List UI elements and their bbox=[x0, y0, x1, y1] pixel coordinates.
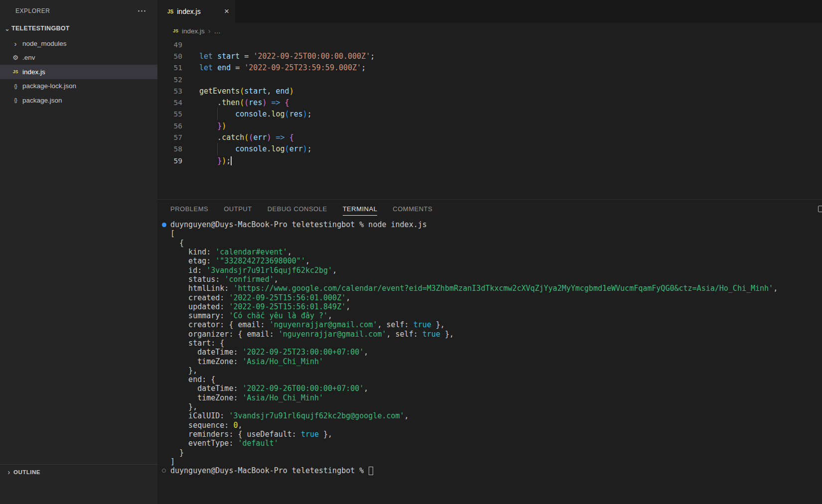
prompt-command-decoration bbox=[157, 469, 170, 473]
token-b3: ( bbox=[285, 110, 289, 119]
terminal-text: id: '3vandsjr7u91rl6qujf62kc2bg', bbox=[170, 266, 337, 275]
token-g: '3vandsjr7u91rl6qujf62kc2bg@google.com' bbox=[229, 411, 404, 420]
terminal-text: end: { bbox=[170, 375, 215, 384]
code-line-54[interactable]: 54 .then((res) => { bbox=[157, 97, 822, 108]
token-fn: then bbox=[222, 98, 240, 107]
token-t: , bbox=[274, 275, 278, 284]
braces-icon: {} bbox=[9, 83, 22, 89]
token-g: 'Asia/Ho_Chi_Minh' bbox=[243, 357, 324, 366]
code-line-52[interactable]: 52 bbox=[157, 74, 822, 85]
code-text: .then((res) => { bbox=[199, 98, 289, 107]
token-g: 'default' bbox=[238, 439, 278, 448]
token-t: , self: bbox=[377, 320, 413, 329]
terminal-line: ] bbox=[157, 457, 822, 466]
terminal-text: { bbox=[170, 239, 184, 248]
code-line-55[interactable]: 55 console.log(res); bbox=[157, 109, 822, 120]
token-pl bbox=[267, 98, 271, 107]
terminal-text: dateTime: '2022-09-26T00:00:00+07:00', bbox=[170, 384, 368, 393]
token-fn: log bbox=[272, 144, 285, 153]
root-folder-row[interactable]: ⌄ TELETESTINGBOT bbox=[0, 22, 157, 35]
token-t: , bbox=[305, 256, 310, 265]
token-t: dateTime: bbox=[170, 348, 243, 357]
terminal-line: timeZone: 'Asia/Ho_Chi_Minh' bbox=[157, 393, 822, 402]
token-b2: ( bbox=[244, 98, 249, 107]
file-item-.env[interactable]: ⚙.env bbox=[0, 51, 157, 65]
token-pl bbox=[213, 52, 217, 61]
breadcrumb-symbol[interactable]: … bbox=[214, 27, 221, 35]
token-b1: ( bbox=[244, 133, 249, 142]
token-t: htmlLink: bbox=[170, 284, 233, 293]
line-number: 50 bbox=[157, 52, 199, 60]
file-tree: ›node_modules⚙.envJSindex.js{}package-lo… bbox=[0, 35, 157, 108]
code-line-59[interactable]: 59 }); bbox=[157, 155, 822, 166]
prompt-dot-icon bbox=[162, 469, 166, 473]
code-line-56[interactable]: 56 }) bbox=[157, 120, 822, 131]
panel-tab-debug-console[interactable]: DEBUG CONSOLE bbox=[268, 203, 327, 216]
panel-action-icon[interactable] bbox=[818, 206, 822, 212]
run-dot-icon bbox=[162, 223, 166, 227]
token-g: '2022-09-26T00:00:00+07:00' bbox=[243, 384, 364, 393]
token-g: '2022-09-25T15:56:01.849Z' bbox=[229, 302, 346, 311]
panel-tab-terminal[interactable]: TERMINAL bbox=[343, 203, 378, 216]
terminal-text: htmlLink: 'https://www.google.com/calend… bbox=[170, 284, 778, 293]
file-item-index.js[interactable]: JSindex.js bbox=[0, 65, 157, 79]
code-line-50[interactable]: 50let start = '2022-09-25T00:00:00.000Z'… bbox=[157, 50, 822, 62]
token-var: err bbox=[253, 133, 267, 142]
token-t: creator: { email: bbox=[170, 320, 270, 329]
code-editor[interactable]: 4950let start = '2022-09-25T00:00:00.000… bbox=[157, 39, 822, 199]
token-pl: , bbox=[267, 87, 275, 96]
token-t: , bbox=[287, 248, 292, 256]
line-number: 59 bbox=[157, 157, 199, 165]
panel-tab-output[interactable]: OUTPUT bbox=[224, 203, 252, 216]
breadcrumb-file[interactable]: index.js bbox=[182, 27, 205, 35]
terminal-line: etag: '"3328242723698000"', bbox=[157, 256, 822, 265]
token-t: updated: bbox=[170, 302, 229, 311]
terminal-text: created: '2022-09-25T15:56:01.000Z', bbox=[170, 293, 350, 302]
token-t: , bbox=[364, 348, 368, 357]
token-pl bbox=[199, 122, 217, 130]
terminal-text: status: 'confirmed', bbox=[170, 275, 278, 284]
token-b1: ( bbox=[240, 98, 244, 107]
token-t: ] bbox=[170, 457, 175, 466]
token-g: 'calendar#event' bbox=[215, 248, 287, 256]
tab-index-js[interactable]: JS index.js × bbox=[157, 0, 235, 23]
panel-tab-problems[interactable]: PROBLEMS bbox=[170, 203, 208, 216]
token-pl bbox=[199, 144, 235, 153]
file-item-package-lock.json[interactable]: {}package-lock.json bbox=[0, 79, 157, 94]
terminal-text: timeZone: 'Asia/Ho_Chi_Minh' bbox=[170, 357, 323, 366]
terminal-line: }, bbox=[157, 402, 822, 411]
token-var: err bbox=[289, 144, 303, 153]
vscode-window: EXPLORER ⋯ ⌄ TELETESTINGBOT ›node_module… bbox=[0, 0, 822, 504]
outline-section[interactable]: › OUTLINE bbox=[0, 464, 157, 479]
code-line-53[interactable]: 53getEvents(start, end) bbox=[157, 85, 822, 97]
line-number: 57 bbox=[157, 133, 199, 141]
terminal-text: timeZone: 'Asia/Ho_Chi_Minh' bbox=[170, 393, 323, 402]
terminal-line: end: { bbox=[157, 375, 822, 384]
token-t: etag: bbox=[170, 256, 215, 265]
terminal-text: } bbox=[170, 448, 184, 457]
close-tab-icon[interactable]: × bbox=[224, 6, 229, 16]
terminal-text: kind: 'calendar#event', bbox=[170, 248, 292, 256]
code-line-49[interactable]: 49 bbox=[157, 39, 822, 50]
token-t: , bbox=[328, 311, 332, 320]
terminal-text: creator: { email: 'nguyenrajjar@gmail.co… bbox=[170, 320, 445, 329]
token-b3: ) bbox=[303, 110, 307, 119]
file-item-package.json[interactable]: {}package.json bbox=[0, 93, 157, 108]
terminal-text: }, bbox=[170, 402, 197, 411]
more-actions-icon[interactable]: ⋯ bbox=[137, 6, 147, 15]
code-line-58[interactable]: 58 console.log(err); bbox=[157, 143, 822, 155]
terminal-line: id: '3vandsjr7u91rl6qujf62kc2bg', bbox=[157, 265, 822, 274]
line-number: 52 bbox=[157, 76, 199, 84]
terminal[interactable]: duynguyen@Duys-MacBook-Pro teletestingbo… bbox=[157, 219, 822, 504]
token-pl bbox=[280, 98, 285, 107]
terminal-text: dateTime: '2022-09-25T23:00:00+07:00', bbox=[170, 348, 368, 357]
terminal-cursor bbox=[369, 467, 373, 475]
code-line-57[interactable]: 57 .catch((err) => { bbox=[157, 131, 822, 143]
terminal-line: sequence: 0, bbox=[157, 421, 822, 430]
editor-cursor bbox=[231, 156, 232, 165]
token-var: end bbox=[276, 87, 289, 96]
folder-item-node_modules[interactable]: ›node_modules bbox=[0, 36, 157, 51]
code-line-51[interactable]: 51let end = '2022-09-25T23:59:59.000Z'; bbox=[157, 62, 822, 74]
panel-tab-comments[interactable]: COMMENTS bbox=[393, 203, 432, 216]
token-g: '2022-09-25T15:56:01.000Z' bbox=[229, 293, 346, 302]
